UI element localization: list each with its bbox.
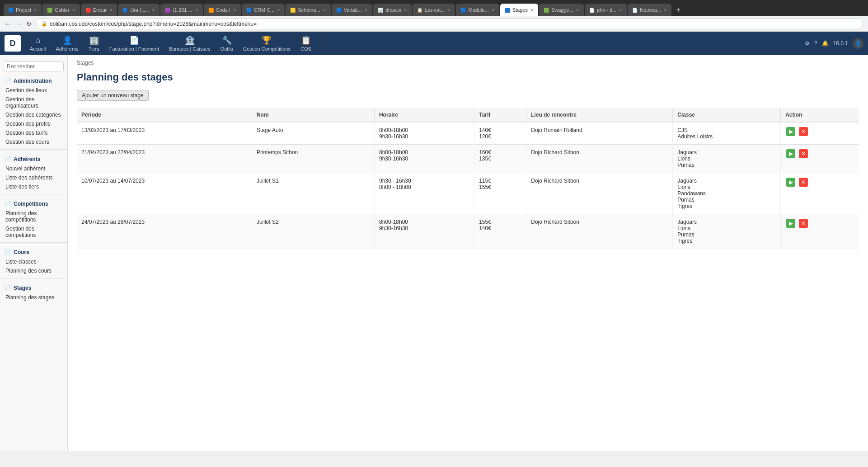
sidebar-link-gestion-des-competitions[interactable]: Gestion des compétitions — [0, 224, 67, 240]
delete-button[interactable]: ✕ — [799, 149, 808, 158]
table-cell-tarif: 140€ 120€ — [474, 122, 526, 145]
sidebar-search-container — [0, 59, 67, 74]
edit-button[interactable]: ▶ — [786, 219, 795, 228]
table-header-row: PériodeNomHoraireTarifLieu de rencontreC… — [77, 108, 859, 122]
edit-button[interactable]: ▶ — [786, 178, 795, 187]
table-cell-nom: Stage Auto — [252, 122, 374, 145]
app-logo: D — [5, 35, 21, 52]
user-avatar[interactable]: 👤 — [853, 38, 863, 49]
topnav-label: COS — [300, 46, 311, 52]
sidebar-section-title-compétitions[interactable]: 📄Compétitions — [0, 197, 67, 209]
sidebar-section-title-cours[interactable]: 📄Cours — [0, 245, 67, 257]
table-cell-horaire: 9h30 - 16h30 8h00 - 18h00 — [374, 173, 474, 214]
topnav-item-adhérents[interactable]: 👤Adhérents — [51, 33, 83, 54]
browser-tab[interactable]: 🟪(1 281 ...✕ — [160, 4, 202, 16]
browser-tab[interactable]: 🟦CRM C...✕ — [242, 4, 285, 16]
table-cell-action: ▶ ✕ — [781, 145, 859, 173]
topnav-item-accueil[interactable]: ⌂Accueil — [25, 33, 50, 54]
topnav-label: Facturation | Paiement — [109, 46, 159, 52]
browser-tab[interactable]: 🟩Cahier✕ — [42, 4, 80, 16]
topnav-item-banques---caisses[interactable]: 🏦Banques | Caisses — [164, 33, 215, 54]
table-cell-nom: Juillet S2 — [252, 214, 374, 249]
table-row: 21/04/2023 au 27/04/2023Printemps Sitbon… — [77, 145, 859, 173]
alert-icon[interactable]: 🔔 — [822, 40, 829, 47]
table-cell-action: ▶ ✕ — [781, 173, 859, 214]
app: D ⌂Accueil👤Adhérents🏢Tiers📄Facturation |… — [0, 32, 868, 451]
sidebar-link-gestion-des-tarifs[interactable]: Gestion des tarifs — [0, 128, 67, 137]
topnav-item-tiers[interactable]: 🏢Tiers — [84, 33, 104, 54]
sidebar-link-gestion-des-categories[interactable]: Gestion des catégories — [0, 110, 67, 119]
table-cell-classe: Jaguars Lions Pumas — [673, 145, 781, 173]
breadcrumb: Stages — [77, 60, 859, 66]
browser-tab[interactable]: 🟦Variab...✕ — [332, 4, 372, 16]
sidebar-link-planning-des-cours[interactable]: Planning des cours — [0, 266, 67, 275]
main-layout: 📄AdministrationGestion des lieuxGestion … — [0, 55, 868, 451]
sidebar-link-gestion-des-cours[interactable]: Gestion des cours — [0, 137, 67, 146]
topnav-item-gestion-compétitions[interactable]: 🏆Gestion Compétitions — [239, 33, 295, 54]
sidebar-link-planning-des-stages[interactable]: Planning des stages — [0, 293, 67, 302]
topnav-icon: 🏆 — [262, 35, 272, 45]
browser-tab[interactable]: 🟩Swagge...✕ — [539, 4, 584, 16]
sidebar-link-gestion-des-lieux[interactable]: Gestion des lieux — [0, 86, 67, 95]
search-input[interactable] — [4, 61, 64, 71]
sidebar-link-liste-des-adherents[interactable]: Liste des adhérents — [0, 173, 67, 182]
table-header-nom: Nom — [252, 108, 374, 122]
browser-tab[interactable]: 📋Les cat...✕ — [413, 4, 455, 16]
topnav-icon: 🏢 — [89, 35, 99, 45]
sidebar-link-nouvel-adherent[interactable]: Nouvel adhérent — [0, 164, 67, 173]
sidebar-section-title-stages[interactable]: 📄Stages — [0, 281, 67, 293]
table-header-classe: Classe — [673, 108, 781, 122]
table-header-période: Période — [77, 108, 252, 122]
table-cell-periode: 10/07/2023 au 14/07/2023 — [77, 173, 252, 214]
edit-button[interactable]: ▶ — [786, 127, 795, 136]
forward-icon[interactable]: → — [15, 20, 23, 28]
section-doc-icon: 📄 — [5, 285, 11, 291]
table-header-tarif: Tarif — [474, 108, 526, 122]
table-cell-horaire: 8h00-18h00 9h30-16h30 — [374, 214, 474, 249]
address-bar-row: ← → ↻ 🔒 dolibarr.cosjudo/custom/cos/php/… — [0, 16, 868, 32]
topnav-item-outils[interactable]: 🔧Outils — [216, 33, 238, 54]
edit-button[interactable]: ▶ — [786, 149, 795, 158]
new-tab-button[interactable]: + — [672, 4, 684, 16]
table-cell-horaire: 8h00-18h00 9h30-16h30 — [374, 122, 474, 145]
sidebar: 📄AdministrationGestion des lieuxGestion … — [0, 55, 68, 451]
sidebar-section-title-administration[interactable]: 📄Administration — [0, 74, 67, 86]
back-icon[interactable]: ← — [5, 20, 12, 28]
help-icon[interactable]: ? — [814, 40, 817, 47]
delete-button[interactable]: ✕ — [799, 178, 808, 187]
section-doc-icon: 📄 — [5, 78, 11, 84]
table-cell-action: ▶ ✕ — [781, 214, 859, 249]
browser-tab[interactable]: 🟦Stages✕ — [500, 4, 538, 16]
sidebar-link-liste-des-tiers[interactable]: Liste des tiers — [0, 182, 67, 191]
refresh-icon[interactable]: ↻ — [26, 20, 32, 28]
topnav-label: Banques | Caisses — [169, 46, 211, 52]
sidebar-link-liste-classes[interactable]: Liste classes — [0, 257, 67, 266]
table-cell-tarif: 160€ 135€ — [474, 145, 526, 173]
section-title-text: Adhérents — [14, 156, 40, 162]
sidebar-link-planning-des-competitions[interactable]: Planning des compétitions — [0, 209, 67, 224]
delete-button[interactable]: ✕ — [799, 127, 808, 136]
topnav-icon: 📋 — [301, 35, 311, 45]
sidebar-section-title-adhérents[interactable]: 📄Adhérents — [0, 152, 67, 164]
browser-tab[interactable]: 🟨Schéma...✕ — [286, 4, 331, 16]
add-stage-button[interactable]: Ajouter un nouveau stage — [77, 90, 149, 101]
table-cell-lieu: Dojo Richard Sitbon — [526, 214, 673, 249]
browser-tab[interactable]: 🟦Project✕ — [4, 4, 42, 16]
browser-tab[interactable]: 🔵Jira | L...✕ — [118, 4, 160, 16]
delete-button[interactable]: ✕ — [799, 219, 808, 228]
sidebar-link-gestion-des-profils[interactable]: Gestion des profils — [0, 119, 67, 128]
settings-icon[interactable]: ⚙ — [805, 40, 810, 47]
browser-tab[interactable]: 🟧Coda I✕ — [204, 4, 241, 16]
sidebar-link-gestion-des-organisateurs[interactable]: Gestion des organisateurs — [0, 95, 67, 110]
section-title-text: Compétitions — [14, 201, 48, 207]
sidebar-divider — [0, 149, 67, 150]
browser-tab[interactable]: 🟥Erreur✕ — [81, 4, 117, 16]
topnav-item-facturation---paiement[interactable]: 📄Facturation | Paiement — [105, 33, 164, 54]
topnav-item-cos[interactable]: 📋COS — [296, 33, 316, 54]
browser-tab[interactable]: 📄Nouvea...✕ — [628, 4, 671, 16]
browser-tab[interactable]: 📄php - d...✕ — [585, 4, 627, 16]
browser-tab[interactable]: 🟦Module...✕ — [456, 4, 499, 16]
browser-tab[interactable]: 📊draw.io✕ — [373, 4, 412, 16]
page-title: Planning des stages — [77, 71, 859, 83]
table-row: 13/03/2023 au 17/03/2023Stage Auto8h00-1… — [77, 122, 859, 145]
